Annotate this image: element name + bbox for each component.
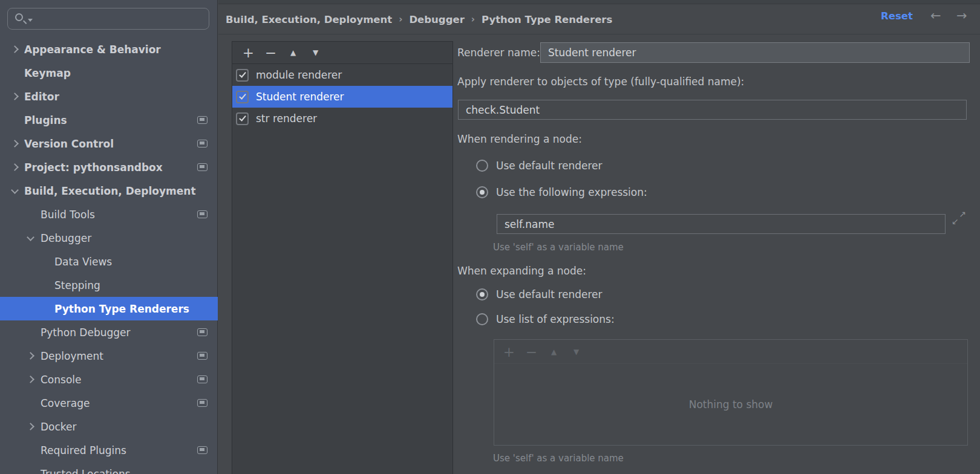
add-button-disabled[interactable]: +	[498, 342, 520, 362]
apply-type-input[interactable]	[458, 100, 967, 120]
settings-sidebar: Appearance & Behavior Keymap Editor Plug…	[0, 0, 218, 474]
remove-button[interactable]: −	[260, 43, 282, 62]
back-arrow-icon[interactable]: ←	[930, 8, 941, 23]
renderer-name-input[interactable]	[540, 42, 970, 63]
renderer-enabled-checkbox[interactable]	[236, 69, 249, 82]
chevron-right-icon	[27, 352, 34, 360]
forward-arrow-icon[interactable]: →	[956, 8, 967, 23]
screen-icon	[197, 163, 207, 171]
reset-button[interactable]: Reset	[881, 10, 913, 22]
renderer-item-label: module renderer	[256, 69, 342, 81]
settings-tree: Appearance & Behavior Keymap Editor Plug…	[0, 37, 218, 474]
radio-icon	[476, 288, 488, 300]
sidebar-item-label: Version Control	[24, 138, 114, 150]
sidebar-item-console[interactable]: Console	[0, 368, 218, 391]
sidebar-item-python-debugger[interactable]: Python Debugger	[0, 320, 218, 344]
sidebar-item-label: Build Tools	[41, 209, 95, 221]
settings-search-input[interactable]	[7, 8, 209, 30]
sidebar-item-build-tools[interactable]: Build Tools	[0, 203, 218, 226]
chevron-down-icon	[27, 233, 34, 241]
radio-icon	[476, 186, 488, 198]
renderer-item-label: str renderer	[256, 112, 317, 125]
sidebar-item-python-type-renderers[interactable]: Python Type Renderers	[0, 297, 218, 320]
sidebar-item-label: Coverage	[41, 397, 90, 409]
screen-icon	[197, 210, 207, 218]
move-down-button[interactable]: ▼	[304, 43, 327, 62]
sidebar-item-debugger[interactable]: Debugger	[0, 226, 218, 250]
check-icon	[239, 70, 246, 77]
sidebar-item-label: Trusted Locations	[41, 468, 131, 474]
move-down-button-disabled[interactable]: ▼	[565, 342, 587, 362]
sidebar-item-coverage[interactable]: Coverage	[0, 391, 218, 415]
expanding-expressions-radio[interactable]: Use list of expressions:	[476, 313, 615, 325]
breadcrumb-segment[interactable]: Debugger	[409, 14, 464, 25]
sidebar-item-keymap[interactable]: Keymap	[0, 61, 218, 85]
expanding-default-radio[interactable]: Use default renderer	[476, 288, 603, 300]
sidebar-item-label: Docker	[41, 421, 77, 433]
rendering-expression-input[interactable]	[497, 214, 946, 234]
apply-type-label: Apply renderer to objects of type (fully…	[457, 76, 744, 88]
chevron-right-icon	[11, 93, 19, 100]
header-divider	[218, 34, 980, 34]
remove-button-disabled[interactable]: −	[520, 342, 543, 362]
check-icon	[239, 92, 246, 99]
add-button[interactable]: +	[237, 43, 260, 62]
expand-ne-arrow-icon: ↗	[959, 210, 966, 218]
sidebar-item-label: Deployment	[41, 350, 103, 362]
breadcrumb-separator-icon: ›	[399, 14, 402, 25]
chevron-right-icon	[11, 163, 19, 171]
move-up-button[interactable]: ▲	[282, 43, 304, 62]
rendering-hint: Use 'self' as a variable name	[493, 242, 624, 253]
radio-label: Use list of expressions:	[496, 313, 615, 325]
sidebar-item-build-execution-deployment[interactable]: Build, Execution, Deployment	[0, 179, 218, 203]
sidebar-item-trusted-locations[interactable]: Trusted Locations	[0, 462, 218, 474]
sidebar-item-required-plugins[interactable]: Required Plugins	[0, 438, 218, 462]
sidebar-item-editor[interactable]: Editor	[0, 85, 218, 108]
sidebar-item-label: Appearance & Behavior	[24, 44, 161, 56]
expressions-list-panel: + − ▲ ▼ Nothing to show	[494, 339, 968, 446]
expressions-toolbar: + − ▲ ▼	[494, 340, 967, 364]
renderer-list-item-str[interactable]: str renderer	[232, 108, 452, 129]
renderer-list-item-student[interactable]: Student renderer	[232, 86, 452, 108]
sidebar-item-stepping[interactable]: Stepping	[0, 273, 218, 297]
breadcrumb-segment[interactable]: Build, Execution, Deployment	[226, 14, 392, 25]
search-icon	[15, 13, 23, 21]
titlebar-edge	[218, 0, 980, 4]
rendering-expression-radio[interactable]: Use the following expression:	[476, 186, 647, 198]
search-options-caret-icon[interactable]	[28, 19, 33, 22]
sidebar-item-label: Keymap	[24, 67, 71, 79]
renderer-name-label: Renderer name:	[457, 47, 540, 59]
when-expanding-label: When expanding a node:	[457, 265, 586, 277]
radio-label: Use default renderer	[496, 160, 603, 172]
renderer-item-label: Student renderer	[256, 91, 344, 103]
chevron-down-icon	[11, 186, 19, 194]
chevron-right-icon	[11, 45, 19, 53]
sidebar-item-label: Build, Execution, Deployment	[24, 185, 196, 197]
sidebar-item-appearance-behavior[interactable]: Appearance & Behavior	[0, 37, 218, 61]
renderer-enabled-checkbox[interactable]	[236, 112, 249, 125]
sidebar-item-version-control[interactable]: Version Control	[0, 132, 218, 155]
renderer-enabled-checkbox[interactable]	[236, 91, 249, 103]
screen-icon	[197, 375, 207, 383]
sidebar-item-label: Project: pythonsandbox	[24, 161, 163, 174]
sidebar-item-label: Plugins	[24, 114, 67, 126]
sidebar-item-deployment[interactable]: Deployment	[0, 344, 218, 368]
when-rendering-label: When rendering a node:	[457, 133, 582, 145]
sidebar-item-project-pythonsandbox[interactable]: Project: pythonsandbox	[0, 155, 218, 179]
sidebar-item-label: Editor	[24, 91, 59, 103]
screen-icon	[197, 352, 207, 360]
renderer-list-item-module[interactable]: module renderer	[232, 64, 452, 86]
expanding-hint: Use 'self' as a variable name	[493, 453, 624, 464]
sidebar-item-plugins[interactable]: Plugins	[0, 108, 218, 132]
sidebar-item-docker[interactable]: Docker	[0, 415, 218, 438]
move-up-button-disabled[interactable]: ▲	[543, 342, 565, 362]
sidebar-item-label: Console	[41, 374, 82, 386]
chevron-right-icon	[11, 140, 19, 148]
breadcrumb-separator-icon: ›	[471, 14, 475, 25]
check-icon	[239, 114, 246, 121]
rendering-default-radio[interactable]: Use default renderer	[476, 160, 603, 172]
expand-editor-icon[interactable]: ↗ ↙	[951, 210, 967, 226]
sidebar-item-data-views[interactable]: Data Views	[0, 250, 218, 273]
renderer-list-panel: + − ▲ ▼ module renderer Student renderer…	[232, 41, 453, 474]
radio-label: Use default renderer	[496, 288, 603, 300]
